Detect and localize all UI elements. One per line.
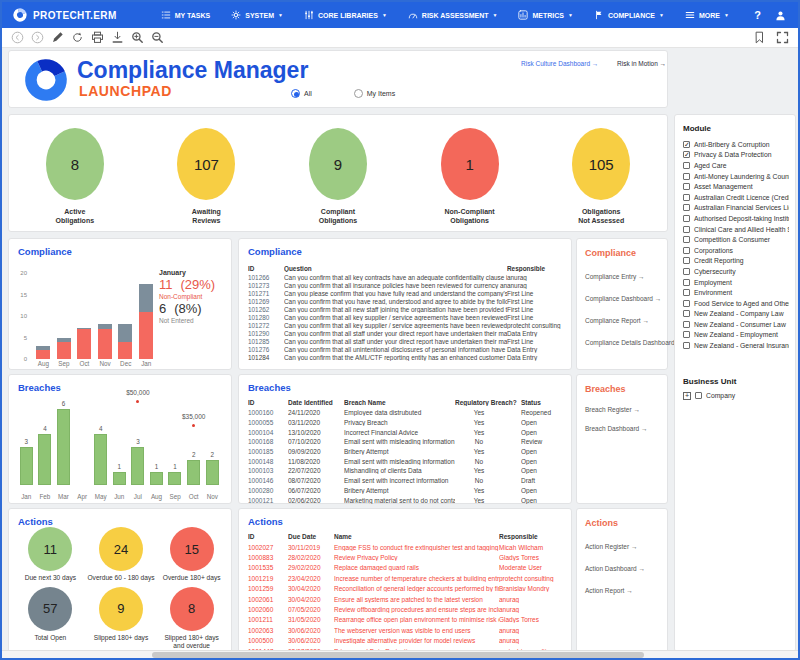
row-id-link[interactable]: 1001535	[248, 564, 288, 571]
row-id-link[interactable]: 1000280	[248, 487, 288, 494]
module-item-environment[interactable]: Environment	[683, 287, 789, 298]
zoom-out-icon[interactable]	[151, 31, 164, 44]
header-link-risk-culture-dashboard[interactable]: Risk Culture Dashboard →	[521, 60, 598, 67]
row-id-link[interactable]: 101262	[248, 306, 284, 313]
checkbox[interactable]	[683, 204, 690, 211]
row-id-link[interactable]: 1000121	[248, 497, 288, 504]
module-item-new-zealand-general-insurance[interactable]: New Zealand - General Insurance	[683, 340, 789, 351]
nav-item-more[interactable]: MORE▼	[685, 10, 729, 20]
summary-circle-compliant-obligations[interactable]: 9CompliantObligations	[283, 128, 393, 226]
checkbox[interactable]	[683, 162, 690, 169]
nav-item-my-tasks[interactable]: MY TASKS	[161, 10, 211, 20]
row-id-link[interactable]: 1000148	[248, 458, 288, 465]
module-item-cybersecurity[interactable]: Cybersecurity	[683, 266, 789, 277]
row-id-link[interactable]: 1000055	[248, 419, 288, 426]
link-action-report[interactable]: Action Report →	[577, 587, 667, 594]
module-item-corporations[interactable]: Corporations	[683, 245, 789, 256]
checkbox[interactable]	[683, 247, 690, 254]
radio-all[interactable]: All	[291, 89, 312, 98]
brand[interactable]: PROTECHT.ERM	[12, 7, 117, 23]
link-compliance-details-dashboard[interactable]: Compliance Details Dashboard →	[577, 339, 667, 346]
row-id-link[interactable]: 1002061	[248, 596, 288, 603]
summary-circle-non-compliant-obligations[interactable]: 1Non-CompliantObligations	[415, 128, 525, 226]
user-icon[interactable]	[775, 10, 786, 21]
scrollbar-thumb[interactable]	[152, 652, 644, 658]
checkbox[interactable]	[683, 342, 690, 349]
row-id-link[interactable]: 101271	[248, 290, 284, 297]
module-item-australian-credit-licence-credit-provi[interactable]: Australian Credit Licence (Credit Provi	[683, 192, 789, 203]
checkbox[interactable]	[683, 310, 690, 317]
checkbox[interactable]	[683, 321, 690, 328]
link-compliance-report[interactable]: Compliance Report →	[577, 317, 667, 324]
checkbox[interactable]	[683, 268, 690, 275]
checkbox[interactable]: ✓	[683, 151, 690, 158]
nav-item-core-libraries[interactable]: CORE LIBRARIES▼	[304, 10, 387, 20]
checkbox[interactable]	[683, 173, 690, 180]
pencil-icon[interactable]	[51, 31, 64, 44]
action-circle-total-open[interactable]: 57Total Open	[15, 587, 86, 651]
row-id-link[interactable]: 101266	[248, 274, 284, 281]
action-circle-slipped-180-days[interactable]: 9Slipped 180+ days	[86, 587, 157, 651]
checkbox[interactable]	[683, 226, 690, 233]
row-id-link[interactable]: 101280	[248, 314, 284, 321]
row-id-link[interactable]: 101290	[248, 330, 284, 337]
action-circle-due-next-30-days[interactable]: 11Due next 30 days	[15, 527, 86, 583]
row-id-link[interactable]: 1000883	[248, 554, 288, 561]
row-id-link[interactable]: 1002063	[248, 627, 288, 634]
checkbox[interactable]	[683, 279, 690, 286]
row-id-link[interactable]: 1000160	[248, 409, 288, 416]
module-item-new-zealand-employment[interactable]: New Zealand - Employment	[683, 330, 789, 341]
row-id-link[interactable]: 1001259	[248, 585, 288, 592]
link-action-register[interactable]: Action Register →	[577, 543, 667, 550]
row-id-link[interactable]: 1000103	[248, 467, 288, 474]
row-id-link[interactable]: 101269	[248, 298, 284, 305]
refresh-icon[interactable]	[71, 31, 84, 44]
row-id-link[interactable]: 1000168	[248, 438, 288, 445]
nav-item-system[interactable]: SYSTEM▼	[231, 10, 283, 20]
expand-plus-icon[interactable]: +	[683, 392, 691, 400]
print-icon[interactable]	[91, 31, 104, 44]
module-item-credit-reporting[interactable]: Credit Reporting	[683, 256, 789, 267]
module-item-privacy-data-protection[interactable]: ✓Privacy & Data Protection	[683, 150, 789, 161]
link-compliance-dashboard[interactable]: Compliance Dashboard →	[577, 295, 667, 302]
nav-item-metrics[interactable]: METRICS▼	[518, 10, 572, 20]
module-item-aged-care[interactable]: Aged Care	[683, 160, 789, 171]
fullscreen-icon[interactable]	[776, 31, 789, 44]
row-id-link[interactable]: 1000104	[248, 429, 288, 436]
checkbox[interactable]	[683, 194, 690, 201]
module-item-competition-consumer[interactable]: Competition & Consumer	[683, 234, 789, 245]
module-item-anti-money-laundering-counter-terr[interactable]: Anti-Money Laundering & Counter Terr	[683, 171, 789, 182]
row-id-link[interactable]: 1000185	[248, 448, 288, 455]
summary-circle-awaiting-reviews[interactable]: 107AwaitingReviews	[151, 128, 261, 226]
action-circle-overdue-180-days[interactable]: 15Overdue 180+ days	[156, 527, 227, 583]
module-item-new-zealand-company-law[interactable]: New Zealand - Company Law	[683, 309, 789, 320]
checkbox[interactable]	[683, 183, 690, 190]
row-id-link[interactable]: 1002060	[248, 606, 288, 613]
nav-item-risk-assessment[interactable]: RISK ASSESSMENT▼	[408, 10, 498, 20]
module-item-australian-financial-services-licence[interactable]: Australian Financial Services Licence (	[683, 203, 789, 214]
row-id-link[interactable]: 101273	[248, 282, 284, 289]
link-action-dashboard[interactable]: Action Dashboard →	[577, 565, 667, 572]
checkbox[interactable]: ✓	[683, 141, 690, 148]
row-id-link[interactable]: 1002027	[248, 544, 288, 551]
module-item-employment[interactable]: Employment	[683, 277, 789, 288]
action-circle-slipped-180-days-and-overdue[interactable]: 8Slipped 180+ daysand overdue	[156, 587, 227, 651]
row-id-link[interactable]: 101285	[248, 338, 284, 345]
module-item-authorised-deposit-taking-institutions[interactable]: Authorised Deposit-taking Institutions	[683, 213, 789, 224]
link-compliance-entry[interactable]: Compliance Entry →	[577, 273, 667, 280]
checkbox[interactable]	[683, 331, 690, 338]
row-id-link[interactable]: 101272	[248, 322, 284, 329]
row-id-link[interactable]: 1000500	[248, 637, 288, 644]
module-item-anti-bribery-corruption[interactable]: ✓Anti-Bribery & Corruption	[683, 139, 789, 150]
back-icon[interactable]	[11, 31, 24, 44]
checkbox[interactable]	[683, 215, 690, 222]
download-icon[interactable]	[111, 31, 124, 44]
checkbox[interactable]	[683, 257, 690, 264]
company-checkbox[interactable]	[695, 392, 702, 399]
checkbox[interactable]	[683, 289, 690, 296]
module-item-clinical-care-and-allied-health-service[interactable]: Clinical Care and Allied Health Service	[683, 224, 789, 235]
header-link-risk-in-motion[interactable]: Risk in Motion →	[617, 60, 666, 67]
action-circle-overdue-60-180-days[interactable]: 24Overdue 60 - 180 days	[86, 527, 157, 583]
nav-item-compliance[interactable]: COMPLIANCE▼	[594, 10, 664, 20]
checkbox[interactable]	[683, 236, 690, 243]
